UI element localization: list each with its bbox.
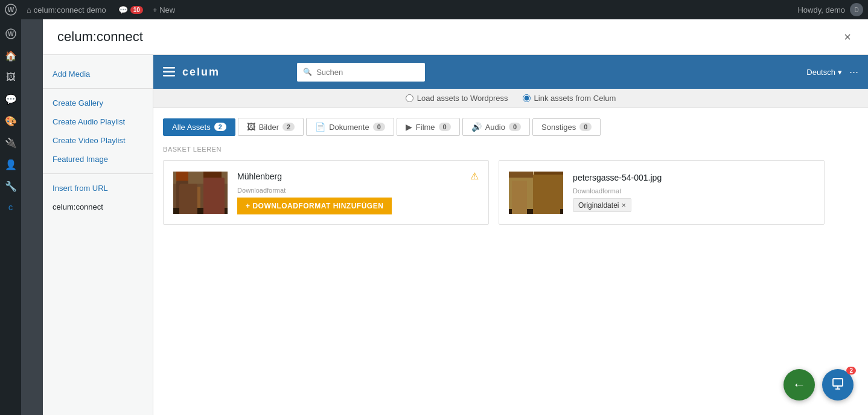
svg-rect-17 [173,208,228,214]
left-panel-celum-connect[interactable]: celum:connect [43,198,153,216]
asset-format-label-1: Downloadformat [237,187,479,194]
svg-text:W: W [8,31,14,37]
svg-rect-16 [176,172,188,181]
assets-row: Mühlenberg ⚠ Downloadformat + DOWNLOADFO… [163,160,858,225]
format-tag-remove[interactable]: × [621,201,626,210]
sidebar-icon-wp[interactable]: W [1,24,21,43]
celum-menu-button[interactable] [163,67,175,77]
tab-dokumente[interactable]: 📄 Dokumente 0 [306,118,394,136]
sidebar-icon-media[interactable]: 🖼 [1,68,21,87]
avatar[interactable]: D [850,3,863,16]
svg-rect-20 [534,175,563,214]
admin-bar-notifications[interactable]: 💬 10 [118,5,143,14]
site-name: celum:connect demo [34,5,106,14]
tab-sonstiges[interactable]: Sonstiges 0 [532,118,601,136]
sidebar-icon-celum[interactable]: C [1,198,21,217]
tab-filme-label: Filme [416,123,435,132]
format-tag-label: Originaldatei [578,201,619,210]
celum-content: Alle Assets 2 🖼 Bilder 2 📄 Dokumente 0 [153,108,868,415]
asset-thumbnail-petersgasse [509,172,563,214]
asset-thumbnail-muhlenberg [173,172,228,214]
filme-icon: ▶ [406,122,412,132]
svg-rect-5 [163,71,175,73]
back-button[interactable]: ← [783,369,815,401]
left-panel-create-video[interactable]: Create Video Playlist [43,131,153,150]
asset-name-petersgasse: petersgasse-54-001.jpg [573,173,814,182]
svg-rect-14 [206,201,212,209]
format-tag-originaldatei: Originaldatei × [573,198,631,212]
left-panel-create-audio[interactable]: Create Audio Playlist [43,112,153,131]
svg-rect-30 [833,379,843,386]
insert-icon [831,377,844,393]
svg-rect-13 [214,190,219,196]
tab-bilder[interactable]: 🖼 Bilder 2 [238,118,304,136]
main-layout: W 🏠 🖼 💬 🎨 🔌 👤 🔧 C celum:connect × Add Me… [0,19,868,415]
tab-sonstiges-badge: 0 [579,123,592,131]
site-icon: ⌂ [27,5,31,14]
radio-bar: Load assets to Wordpress Link assets fro… [153,89,868,108]
svg-rect-4 [163,67,175,69]
avatar-initial: D [854,7,858,13]
modal-close-button[interactable]: × [841,31,854,43]
tab-audio[interactable]: 🔊 Audio 0 [462,118,530,136]
svg-rect-24 [550,181,557,190]
svg-marker-15 [203,172,222,178]
tab-filme[interactable]: ▶ Filme 0 [397,118,460,136]
dokumente-icon: 📄 [315,122,325,132]
add-format-button[interactable]: + DOWNLOADFORMAT HINZUFÜGEN [237,198,392,214]
sidebar-icon-plugins[interactable]: 🔌 [1,133,21,152]
admin-bar-right: Howdy, demo D [797,3,863,16]
sidebar-icon-tools[interactable]: 🔧 [1,176,21,196]
wp-sidebar: W 🏠 🖼 💬 🎨 🔌 👤 🔧 C [0,19,21,415]
radio-link-assets[interactable]: Link assets from Celum [523,94,616,103]
tab-bilder-label: Bilder [259,123,279,132]
modal-header: celum:connect × [43,19,868,55]
modal-title: celum:connect [57,29,143,45]
back-arrow-icon: ← [793,377,806,393]
insert-badge: 2 [846,367,856,375]
celum-more-button[interactable]: ··· [849,66,858,79]
svg-rect-26 [515,199,522,214]
celum-logo: celum [182,66,220,79]
asset-name-muhlenberg: Mühlenberg ⚠ [237,170,479,182]
wp-logo-icon[interactable]: W [5,4,17,16]
radio-load-assets[interactable]: Load assets to Wordpress [406,94,508,103]
sidebar-icon-bubble[interactable]: 💬 [1,89,21,109]
chevron-down-icon: ▾ [838,68,842,77]
celum-search-input[interactable] [297,63,425,82]
svg-rect-22 [521,184,527,191]
celum-language-selector[interactable]: Deutsch ▾ [806,68,842,77]
svg-rect-12 [206,190,211,196]
tab-alle-assets[interactable]: Alle Assets 2 [163,118,235,136]
search-icon: 🔍 [303,68,312,76]
sidebar-icon-appearance[interactable]: 🎨 [1,111,21,130]
admin-bar-site[interactable]: ⌂ celum:connect demo [22,5,111,14]
asset-card-muhlenberg: Mühlenberg ⚠ Downloadformat + DOWNLOADFO… [163,160,489,225]
sidebar-icon-dashboard[interactable]: 🏠 [1,46,21,65]
tab-audio-badge: 0 [509,123,521,131]
radio-link-input[interactable] [523,94,531,102]
admin-bar-new[interactable]: + New [148,5,180,14]
left-panel-divider-2 [43,173,153,174]
radio-link-label: Link assets from Celum [534,94,616,103]
search-wrapper: 🔍 [297,63,659,82]
insert-button[interactable]: 2 [822,369,854,401]
sidebar-icon-users[interactable]: 👤 [1,155,21,174]
asset-card-petersgasse: petersgasse-54-001.jpg Downloadformat Or… [499,160,825,225]
svg-marker-28 [534,172,563,175]
left-panel-add-media[interactable]: Add Media [43,65,153,83]
radio-load-input[interactable] [406,94,413,102]
svg-rect-11 [203,178,222,214]
svg-text:W: W [8,6,14,13]
audio-icon: 🔊 [471,122,482,132]
left-panel-insert-url[interactable]: Insert from URL [43,179,153,198]
tab-bilder-badge: 2 [282,123,295,131]
tab-sonstiges-label: Sonstiges [541,123,576,132]
left-panel-featured-image[interactable]: Featured Image [43,150,153,169]
asset-info-muhlenberg: Mühlenberg ⚠ Downloadformat + DOWNLOADFO… [237,170,479,214]
notification-badge: 10 [130,6,143,14]
asset-format-label-2: Downloadformat [573,187,814,195]
svg-rect-29 [509,209,563,214]
basket-clear-button[interactable]: BASKET LEEREN [163,146,858,153]
left-panel-create-gallery[interactable]: Create Gallery [43,94,153,112]
